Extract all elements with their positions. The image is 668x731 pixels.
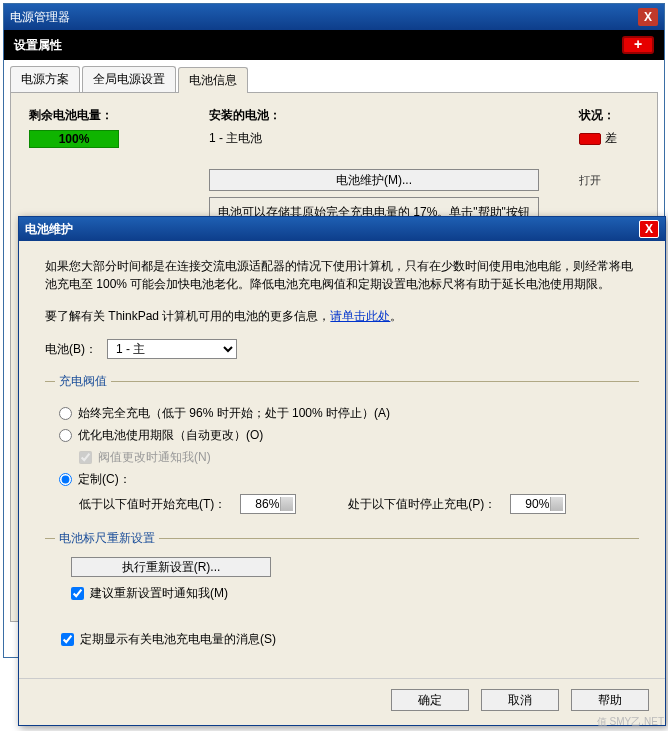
opt-full-charge[interactable]: 始终完全充电（低于 96% 时开始；处于 100% 时停止）(A): [59, 405, 629, 422]
start-charge-input[interactable]: 86%: [240, 494, 296, 514]
opt-optimize-notify: 阀值更改时通知我(N): [79, 449, 629, 466]
dialog-para2: 要了解有关 ThinkPad 计算机可用的电池的更多信息，请单击此处。: [45, 307, 639, 325]
tab-battery-info[interactable]: 电池信息: [178, 67, 248, 93]
battery-select[interactable]: 1 - 主: [107, 339, 237, 359]
threshold-legend: 充电阀值: [55, 373, 111, 390]
side-open[interactable]: 打开: [579, 173, 639, 188]
tab-power-scheme[interactable]: 电源方案: [10, 66, 80, 92]
opt-optimize[interactable]: 优化电池使用期限（自动更改）(O): [59, 427, 629, 444]
stop-charge-label: 处于以下值时停止充电(P)：: [348, 496, 496, 513]
remaining-label: 剩余电池电量：: [29, 107, 169, 124]
property-bar: 设置属性: [4, 30, 664, 60]
tab-strip: 电源方案 全局电源设置 电池信息: [4, 60, 664, 92]
tab-global-settings[interactable]: 全局电源设置: [82, 66, 176, 92]
battery-select-label: 电池(B)：: [45, 341, 97, 358]
status-label: 状况：: [579, 107, 639, 124]
installed-label: 安装的电池：: [209, 107, 539, 124]
dialog-title: 电池维护: [25, 221, 73, 238]
more-info-link[interactable]: 请单击此处: [330, 309, 390, 323]
status-row: 差: [579, 130, 639, 147]
remaining-value: 100%: [29, 130, 119, 148]
property-title: 设置属性: [14, 37, 62, 54]
threshold-fieldset: 充电阀值 始终完全充电（低于 96% 时开始；处于 100% 时停止）(A) 优…: [45, 373, 639, 520]
dialog-titlebar: 电池维护 X: [19, 217, 665, 241]
status-value: 差: [605, 131, 617, 145]
ok-button[interactable]: 确定: [391, 689, 469, 711]
dialog-buttons: 确定 取消 帮助: [19, 678, 665, 721]
battery-plus-icon: [622, 36, 654, 54]
periodic-check[interactable]: 定期显示有关电池充电电量的消息(S): [61, 631, 639, 648]
start-charge-label: 低于以下值时开始充电(T)：: [79, 496, 226, 513]
gauge-reset-button[interactable]: 执行重新设置(R)...: [71, 557, 271, 577]
opt-custom[interactable]: 定制(C)：: [59, 471, 629, 488]
main-close-button[interactable]: X: [638, 8, 658, 26]
gauge-legend: 电池标尺重新设置: [55, 530, 159, 547]
gauge-notify-check[interactable]: 建议重新设置时通知我(M): [71, 585, 629, 602]
main-titlebar: 电源管理器 X: [4, 4, 664, 30]
installed-value: 1 - 主电池: [209, 130, 539, 147]
help-button[interactable]: 帮助: [571, 689, 649, 711]
stop-charge-input[interactable]: 90%: [510, 494, 566, 514]
status-icon: [579, 133, 601, 145]
dialog-para1: 如果您大部分时间都是在连接交流电源适配器的情况下使用计算机，只有在少数时间使用电…: [45, 257, 639, 293]
gauge-fieldset: 电池标尺重新设置 执行重新设置(R)... 建议重新设置时通知我(M): [45, 530, 639, 613]
main-title: 电源管理器: [10, 4, 70, 30]
dialog-close-button[interactable]: X: [639, 220, 659, 238]
battery-maintain-dialog: 电池维护 X 如果您大部分时间都是在连接交流电源适配器的情况下使用计算机，只有在…: [18, 216, 666, 726]
battery-maintain-button[interactable]: 电池维护(M)...: [209, 169, 539, 191]
cancel-button[interactable]: 取消: [481, 689, 559, 711]
watermark: 值 SMY乙.NET: [597, 715, 664, 729]
